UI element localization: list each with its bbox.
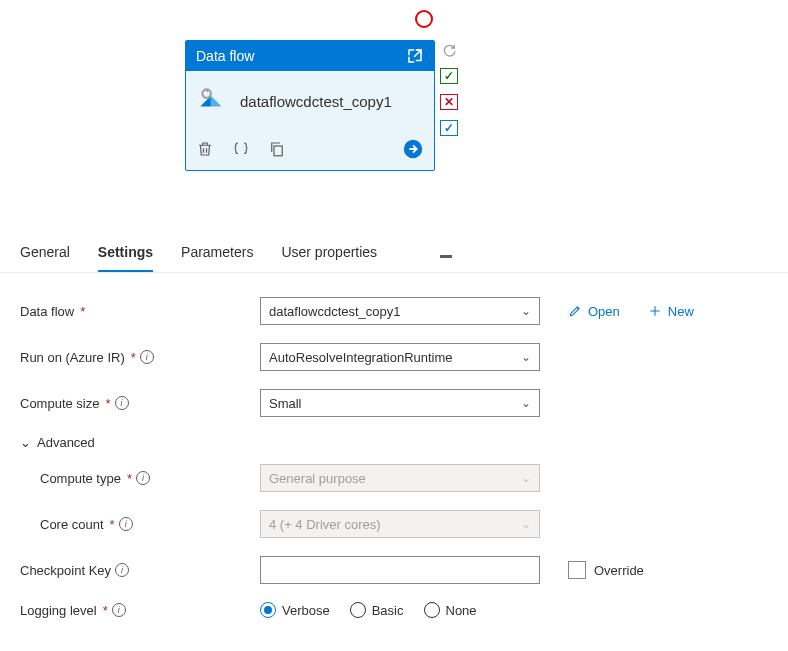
panel-resize-handle[interactable]: [440, 255, 452, 258]
corecount-label: Core count* i: [40, 517, 260, 532]
chevron-down-icon: ⌄: [521, 517, 531, 531]
chevron-down-icon: ⌄: [521, 396, 531, 410]
node-name: dataflowcdctest_copy1: [240, 93, 392, 110]
tab-settings[interactable]: Settings: [98, 238, 153, 272]
chevron-down-icon: ⌄: [521, 350, 531, 364]
run-arrow-icon[interactable]: [402, 138, 424, 160]
info-icon[interactable]: i: [115, 396, 129, 410]
status-success-icon[interactable]: ✓: [440, 68, 458, 84]
status-failure-icon[interactable]: ✕: [440, 94, 458, 110]
code-braces-icon[interactable]: [232, 140, 250, 158]
new-button[interactable]: New: [648, 304, 694, 319]
copy-icon[interactable]: [268, 140, 286, 158]
computesize-select[interactable]: Small ⌄: [260, 389, 540, 417]
logging-radio-verbose[interactable]: Verbose: [260, 602, 330, 618]
row-dataflow: Data flow* dataflowcdctest_copy1 ⌄ Open …: [20, 297, 768, 325]
svg-rect-0: [274, 146, 282, 156]
info-icon[interactable]: i: [119, 517, 133, 531]
radio-icon: [260, 602, 276, 618]
dataflow-label: Data flow*: [20, 304, 260, 319]
info-icon[interactable]: i: [112, 603, 126, 617]
advanced-toggle[interactable]: ⌄ Advanced: [20, 435, 768, 450]
details-tabs: General Settings Parameters User propert…: [0, 230, 788, 273]
radio-icon: [424, 602, 440, 618]
status-completion-icon[interactable]: ✓: [440, 120, 458, 136]
dataflow-activity-node[interactable]: Data flow dataflowcdctest_copy1: [185, 40, 435, 171]
chevron-down-icon: ⌄: [20, 435, 31, 450]
radio-icon: [350, 602, 366, 618]
tab-parameters[interactable]: Parameters: [181, 238, 253, 272]
open-button[interactable]: Open: [568, 304, 620, 319]
computesize-label: Compute size* i: [20, 396, 260, 411]
row-computetype: Compute type* i General purpose ⌄: [20, 464, 768, 492]
computetype-label: Compute type* i: [40, 471, 260, 486]
computetype-select: General purpose ⌄: [260, 464, 540, 492]
corecount-select: 4 (+ 4 Driver cores) ⌄: [260, 510, 540, 538]
row-computesize: Compute size* i Small ⌄: [20, 389, 768, 417]
dataflow-icon: [196, 83, 230, 120]
tab-user-properties[interactable]: User properties: [281, 238, 377, 272]
row-runon: Run on (Azure IR)* i AutoResolveIntegrat…: [20, 343, 768, 371]
annotation-circle: [415, 10, 433, 28]
checkpoint-label: Checkpoint Key i: [20, 563, 260, 578]
chevron-down-icon: ⌄: [521, 471, 531, 485]
logging-radio-group: Verbose Basic None: [260, 602, 477, 618]
info-icon[interactable]: i: [140, 350, 154, 364]
row-logging: Logging level* i Verbose Basic None: [20, 602, 768, 618]
tab-general[interactable]: General: [20, 238, 70, 272]
node-title: Data flow: [196, 48, 254, 64]
node-footer: [186, 132, 434, 170]
info-icon[interactable]: i: [115, 563, 129, 577]
node-header: Data flow: [186, 41, 434, 71]
delete-icon[interactable]: [196, 140, 214, 158]
pipeline-canvas[interactable]: Data flow dataflowcdctest_copy1: [0, 0, 788, 230]
row-corecount: Core count* i 4 (+ 4 Driver cores) ⌄: [20, 510, 768, 538]
settings-form: Data flow* dataflowcdctest_copy1 ⌄ Open …: [0, 273, 788, 646]
override-checkbox[interactable]: [568, 561, 586, 579]
runon-select[interactable]: AutoResolveIntegrationRuntime ⌄: [260, 343, 540, 371]
checkpoint-input[interactable]: [260, 556, 540, 584]
chevron-down-icon: ⌄: [521, 304, 531, 318]
dependency-status-column: ✓ ✕ ✓: [440, 42, 458, 136]
info-icon[interactable]: i: [136, 471, 150, 485]
logging-radio-none[interactable]: None: [424, 602, 477, 618]
open-external-icon[interactable]: [406, 47, 424, 65]
redo-icon[interactable]: [440, 42, 458, 58]
runon-label: Run on (Azure IR)* i: [20, 350, 260, 365]
override-label: Override: [594, 563, 644, 578]
logging-label: Logging level* i: [20, 603, 260, 618]
node-body: dataflowcdctest_copy1: [186, 71, 434, 132]
row-checkpoint: Checkpoint Key i Override: [20, 556, 768, 584]
dataflow-select[interactable]: dataflowcdctest_copy1 ⌄: [260, 297, 540, 325]
logging-radio-basic[interactable]: Basic: [350, 602, 404, 618]
